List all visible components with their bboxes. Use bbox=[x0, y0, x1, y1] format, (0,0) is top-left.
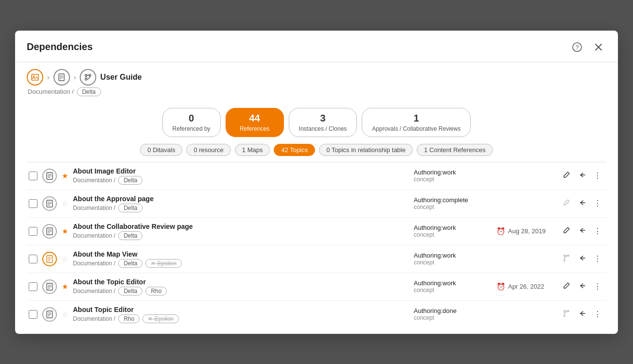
more-button[interactable]: ⋮ bbox=[591, 308, 604, 321]
row-checkbox[interactable] bbox=[29, 172, 37, 180]
row-actions: ⋮ bbox=[560, 252, 604, 266]
modal-title: Dependencies bbox=[27, 41, 93, 52]
more-button[interactable]: ⋮ bbox=[591, 280, 604, 293]
filter-resource[interactable]: 0 resource bbox=[186, 144, 230, 156]
go-back-button[interactable] bbox=[575, 252, 589, 266]
tab-referenced-by-label: Referenced by bbox=[173, 125, 211, 132]
filter-topics-relationship[interactable]: 0 Topics in relationship table bbox=[319, 144, 413, 156]
row-actions: ⋮ bbox=[560, 197, 604, 210]
row-star-icon[interactable]: ★ bbox=[62, 227, 68, 236]
fork-button[interactable] bbox=[560, 308, 573, 321]
row-status: Authoring:work concept bbox=[414, 169, 492, 183]
tab-instances-count: 3 bbox=[299, 112, 347, 124]
row-tag-delta: Delta bbox=[118, 287, 142, 295]
row-meta-label: Documentation / bbox=[73, 260, 115, 267]
more-button[interactable]: ⋮ bbox=[591, 197, 604, 210]
row-meta-label: Documentation / bbox=[73, 205, 115, 211]
row-star-icon[interactable]: ☆ bbox=[62, 310, 68, 319]
row-meta-label: Documentation / bbox=[73, 177, 115, 184]
row-status-sub: concept bbox=[414, 314, 492, 321]
tab-approvals-count: 1 bbox=[372, 112, 460, 124]
row-main-info: About Topic Editor Documentation / Rho ✕… bbox=[73, 306, 409, 323]
close-button[interactable] bbox=[591, 39, 606, 55]
go-back-button[interactable] bbox=[575, 197, 589, 210]
breadcrumb-tag-delta: Delta bbox=[77, 87, 101, 96]
row-status: Authoring:complete concept bbox=[414, 196, 492, 210]
svg-point-11 bbox=[85, 78, 87, 80]
table-row: ★ About the Topic Editor Documentation /… bbox=[27, 273, 606, 301]
row-meta: Documentation / Delta ✕ Epsilon bbox=[73, 259, 409, 268]
tab-referenced-by[interactable]: 0 Referenced by bbox=[162, 108, 221, 137]
row-main-info: About Image Editor Documentation / Delta bbox=[73, 167, 409, 185]
row-date: ⏰ Apr 26, 2022 bbox=[496, 282, 555, 291]
fork-button[interactable] bbox=[560, 252, 573, 266]
row-tag-rho: Rho bbox=[118, 314, 140, 323]
tab-references[interactable]: 44 References bbox=[226, 108, 284, 137]
row-status-sub: concept bbox=[414, 204, 492, 210]
row-title: About the Topic Editor bbox=[73, 278, 409, 286]
svg-point-47 bbox=[564, 310, 565, 312]
row-meta: Documentation / Delta Rho bbox=[73, 287, 409, 295]
breadcrumb-sub-label: Documentation / bbox=[28, 88, 74, 95]
row-star-icon[interactable]: ☆ bbox=[62, 199, 68, 208]
row-tag-delta: Delta bbox=[118, 176, 142, 185]
go-back-button[interactable] bbox=[575, 169, 589, 183]
modal-overlay[interactable]: Dependencies ? bbox=[0, 0, 633, 364]
row-status-label: Authoring:work bbox=[414, 252, 492, 259]
tab-instances-clones[interactable]: 3 Instances / Clones bbox=[289, 108, 357, 137]
row-checkbox[interactable] bbox=[29, 227, 37, 236]
row-doc-icon bbox=[42, 279, 57, 294]
more-button[interactable]: ⋮ bbox=[591, 225, 604, 238]
edit-button[interactable] bbox=[560, 225, 573, 238]
edit-button[interactable] bbox=[560, 197, 573, 210]
breadcrumb-icon-branch[interactable] bbox=[80, 69, 96, 86]
row-star-icon[interactable]: ★ bbox=[62, 172, 68, 180]
row-title: About the Collaborative Review page bbox=[73, 223, 409, 230]
edit-button[interactable] bbox=[560, 169, 573, 183]
row-star-icon[interactable]: ★ bbox=[62, 282, 68, 291]
edit-button[interactable] bbox=[560, 280, 573, 294]
breadcrumb-sub: Documentation / Delta bbox=[28, 87, 606, 96]
svg-point-10 bbox=[85, 74, 87, 76]
row-meta-label: Documentation / bbox=[73, 288, 115, 295]
dependencies-modal: Dependencies ? bbox=[15, 31, 618, 334]
alarm-icon: ⏰ bbox=[496, 227, 506, 236]
row-title: About Image Editor bbox=[73, 167, 409, 175]
row-checkbox[interactable] bbox=[29, 310, 37, 319]
go-back-button[interactable] bbox=[575, 225, 589, 238]
row-main-info: About the Map View Documentation / Delta… bbox=[73, 250, 409, 268]
tab-approvals[interactable]: 1 Approvals / Collaborative Reviews bbox=[362, 108, 471, 137]
row-doc-icon bbox=[42, 252, 57, 266]
row-checkbox[interactable] bbox=[29, 282, 37, 291]
breadcrumb-icon-doc[interactable] bbox=[53, 69, 70, 86]
filter-maps[interactable]: 1 Maps bbox=[235, 144, 270, 156]
filter-content-references[interactable]: 1 Content References bbox=[417, 144, 492, 156]
breadcrumb-icon-image[interactable] bbox=[27, 69, 43, 86]
more-button[interactable]: ⋮ bbox=[591, 252, 604, 265]
row-actions: ⋮ bbox=[560, 225, 604, 238]
tab-approvals-label: Approvals / Collaborative Reviews bbox=[372, 125, 460, 132]
row-actions: ⋮ bbox=[560, 169, 604, 183]
row-actions: ⋮ bbox=[560, 308, 604, 321]
filter-ditavals[interactable]: 0 Ditavals bbox=[140, 144, 182, 156]
row-title: About Topic Editor bbox=[73, 306, 409, 313]
row-actions: ⋮ bbox=[560, 280, 604, 294]
row-star-icon[interactable]: ☆ bbox=[62, 255, 68, 263]
row-status-label: Authoring:work bbox=[414, 279, 492, 287]
go-back-button[interactable] bbox=[575, 308, 589, 321]
chevron-icon-1: › bbox=[47, 73, 50, 81]
row-tag-delta: Delta bbox=[118, 259, 142, 268]
row-checkbox[interactable] bbox=[29, 255, 37, 263]
row-checkbox[interactable] bbox=[29, 199, 37, 208]
list-area[interactable]: ★ About Image Editor Documentation / Del… bbox=[27, 162, 606, 328]
row-tag-delta: Delta bbox=[118, 231, 142, 240]
svg-point-5 bbox=[33, 75, 35, 77]
filter-topics[interactable]: 42 Topics bbox=[274, 144, 315, 156]
alarm-icon: ⏰ bbox=[496, 282, 506, 291]
row-meta: Documentation / Delta bbox=[73, 204, 409, 212]
go-back-button[interactable] bbox=[575, 280, 589, 294]
modal-header-icons: ? bbox=[569, 39, 606, 55]
breadcrumb-name: User Guide bbox=[100, 73, 141, 82]
more-button[interactable]: ⋮ bbox=[591, 169, 604, 182]
help-button[interactable]: ? bbox=[569, 39, 585, 55]
